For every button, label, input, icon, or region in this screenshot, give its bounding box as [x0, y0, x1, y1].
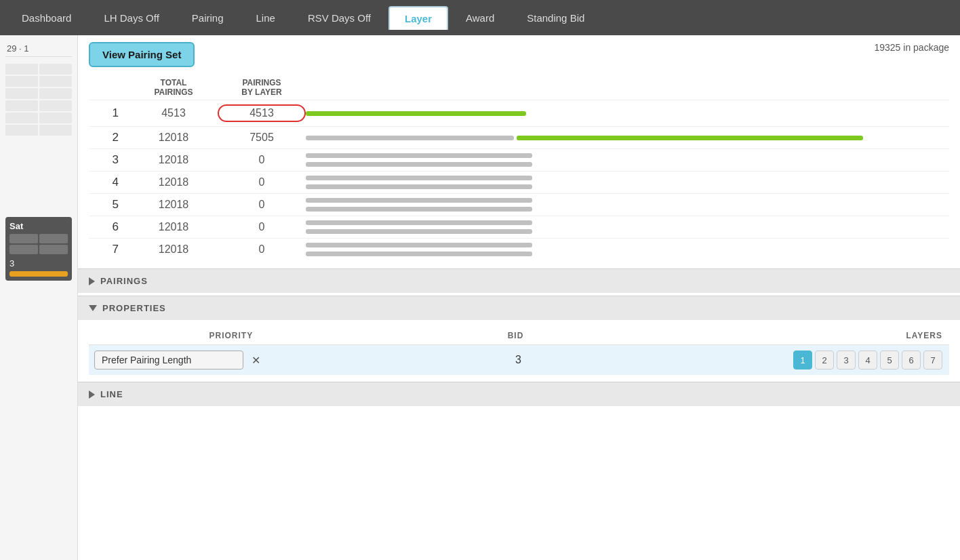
row-total: 12018 [129, 199, 218, 211]
row-bar-area [306, 198, 949, 212]
bar-green [306, 111, 526, 116]
layer-btn-5[interactable]: 5 [880, 351, 899, 369]
row-bylayer-wrap: 0 [218, 176, 306, 188]
row-bylayer-value: 0 [218, 243, 306, 256]
layer-btn-2[interactable]: 2 [815, 351, 834, 369]
bar-gray [306, 176, 532, 180]
layer-btn-3[interactable]: 3 [837, 351, 856, 369]
bar-gray [306, 207, 532, 212]
row-total: 12018 [129, 154, 218, 166]
props-table-header: PRIORITY BID LAYERS [89, 327, 949, 345]
bar-gray [306, 198, 532, 203]
cal-cell [39, 125, 72, 136]
sidebar-bottom: Sat 3 [5, 217, 72, 281]
row-num: 6 [89, 220, 129, 234]
tab-pairing[interactable]: Pairing [177, 7, 239, 29]
row-num: 2 [89, 131, 129, 144]
table-row: 3 12018 0 [89, 148, 949, 171]
col-total-header: TOTAL PAIRINGS [129, 78, 218, 97]
row-total: 4513 [129, 107, 218, 119]
priority-close-button[interactable]: ✕ [247, 353, 264, 368]
bar-green [517, 136, 863, 140]
row-bylayer-value: 4513 [218, 104, 306, 122]
pairings-by-layer-line2: BY LAYER [218, 87, 306, 97]
tab-award[interactable]: Award [451, 7, 509, 29]
layer-btn-7[interactable]: 7 [923, 351, 942, 369]
cal-cell [39, 64, 72, 75]
row-bar-area [306, 153, 949, 167]
pairings-section-header[interactable]: PAIRINGS [78, 268, 960, 293]
layer-btn-1[interactable]: 1 [793, 351, 812, 369]
sidebar-number: 3 [9, 258, 68, 268]
total-pairings-line2: PAIRINGS [129, 87, 218, 97]
line-section-header[interactable]: LINE [78, 382, 960, 406]
pairings-section-label: PAIRINGS [100, 276, 148, 286]
row-bylayer-value: 7505 [218, 132, 306, 144]
tab-layer[interactable]: Layer [388, 6, 448, 30]
row-bylayer-wrap: 0 [218, 199, 306, 211]
tab-line[interactable]: Line [241, 7, 290, 29]
layer-btn-4[interactable]: 4 [858, 351, 877, 369]
tab-lh-days-off[interactable]: LH Days Off [89, 7, 174, 29]
package-info: 19325 in package [874, 42, 949, 53]
cal-cell-dark [39, 245, 68, 254]
sidebar-calendar-top [5, 64, 72, 136]
row-num: 4 [89, 176, 129, 189]
row-bar-area [306, 243, 949, 256]
tab-dashboard[interactable]: Dashboard [7, 7, 86, 29]
cal-cell [39, 88, 72, 99]
cal-cell [39, 100, 72, 111]
table-row: 5 12018 0 [89, 193, 949, 216]
row-total: 12018 [129, 243, 218, 256]
row-num: 3 [89, 153, 129, 167]
props-priority-cell: ✕ [89, 351, 377, 369]
cal-cell [5, 64, 38, 75]
tab-standing-bid[interactable]: Standing Bid [512, 7, 599, 29]
view-pairing-set-button[interactable]: View Pairing Set [89, 42, 195, 67]
row-bar-area [306, 111, 949, 116]
layer-table: TOTAL PAIRINGS PAIRINGS BY LAYER 1 4513 … [89, 78, 949, 260]
row-bylayer-value: 0 [218, 221, 306, 233]
props-layers-cell: 1 2 3 4 5 6 7 [660, 351, 949, 369]
cal-cell [5, 113, 38, 123]
properties-section-label: PROPERTIES [102, 303, 166, 313]
cal-cell [39, 76, 72, 87]
cal-cell-dark [9, 234, 38, 243]
row-num: 1 [89, 106, 129, 120]
cal-cell-dark [39, 234, 68, 243]
row-bylayer-wrap: 0 [218, 154, 306, 166]
table-row: 1 4513 4513 [89, 100, 949, 126]
layer-btn-6[interactable]: 6 [902, 351, 921, 369]
props-col-bid-header: BID [374, 331, 658, 340]
total-pairings-line1: TOTAL [129, 78, 218, 87]
bar-gray [306, 243, 532, 247]
table-row: 7 12018 0 [89, 238, 949, 260]
cal-cell [5, 100, 38, 111]
row-bylayer-wrap: 7505 [218, 132, 306, 144]
row-bar-area [306, 220, 949, 234]
table-row: 4 12018 0 [89, 171, 949, 193]
properties-section-header[interactable]: PROPERTIES [78, 296, 960, 320]
props-data-row: ✕ 3 1 2 3 4 5 6 7 [89, 345, 949, 375]
content-area: View Pairing Set 19325 in package TOTAL … [78, 35, 960, 560]
table-header-row: TOTAL PAIRINGS PAIRINGS BY LAYER [89, 78, 949, 100]
tab-rsv-days-off[interactable]: RSV Days Off [293, 7, 386, 29]
row-num: 5 [89, 198, 129, 212]
bar-gray [306, 220, 532, 225]
row-bylayer-value: 0 [218, 154, 306, 166]
col-bylayer-header: PAIRINGS BY LAYER [218, 78, 306, 97]
row-bylayer-wrap: 0 [218, 243, 306, 256]
properties-arrow-icon [89, 305, 97, 311]
line-arrow-icon [89, 391, 95, 399]
props-col-priority-header: PRIORITY [89, 331, 374, 340]
sidebar-date: 29 · 1 [5, 41, 72, 57]
cal-cell [5, 76, 38, 87]
top-nav: Dashboard LH Days Off Pairing Line RSV D… [0, 0, 960, 35]
row-bar-area [306, 176, 949, 189]
line-section-label: LINE [100, 389, 123, 399]
row-bylayer-value: 0 [218, 199, 306, 211]
row-bylayer-wrap: 0 [218, 221, 306, 233]
priority-input[interactable] [94, 351, 243, 369]
bar-gray [306, 252, 532, 256]
properties-content: PRIORITY BID LAYERS ✕ 3 1 2 3 4 5 6 7 [89, 320, 949, 382]
